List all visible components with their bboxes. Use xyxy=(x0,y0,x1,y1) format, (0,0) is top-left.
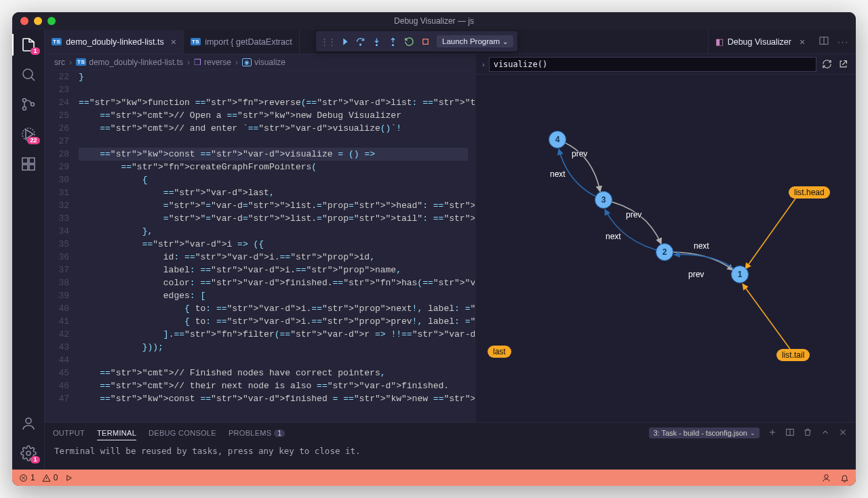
source-control-icon[interactable] xyxy=(20,96,37,112)
tab-label: import { getDataExtract xyxy=(205,37,292,47)
kill-terminal-icon[interactable] xyxy=(803,428,812,439)
tab-demo-file[interactable]: TS demo_doubly-linked-list.ts × xyxy=(45,30,184,54)
tab-close-icon[interactable]: × xyxy=(800,37,805,47)
split-terminal-icon[interactable] xyxy=(785,428,795,439)
panel-tab-problems[interactable]: PROBLEMS 1 xyxy=(229,429,285,437)
restart-icon[interactable] xyxy=(401,33,416,50)
pointer-label: list.head xyxy=(789,186,830,199)
edge-label: prev xyxy=(572,149,587,159)
new-terminal-icon[interactable] xyxy=(768,428,777,439)
window-zoom-icon[interactable] xyxy=(47,17,56,25)
status-bar: 1 0 xyxy=(12,470,856,486)
edge-label: next xyxy=(550,169,566,179)
refresh-icon[interactable] xyxy=(821,58,833,70)
tab-label: Debug Visualizer xyxy=(728,37,791,47)
editor-pane: src › TS demo_doubly-linked-list.ts › ❒ … xyxy=(45,54,475,422)
app-window: Debug Visualizer — js 1 22 xyxy=(12,12,856,486)
terminal-selector-label: 3: Task - build - tsconfig.json xyxy=(653,429,747,437)
maximize-panel-icon[interactable] xyxy=(821,428,830,439)
code-editor[interactable]: 2223242526272829303132333435363738394041… xyxy=(45,70,475,422)
line-number-gutter: 2223242526272829303132333435363738394041… xyxy=(45,70,79,422)
status-errors-count: 1 xyxy=(31,473,35,482)
extensions-icon[interactable] xyxy=(20,156,37,172)
terminal-selector-dropdown[interactable]: 3: Task - build - tsconfig.json ⌄ xyxy=(649,428,760,438)
status-errors[interactable]: 1 xyxy=(19,473,35,482)
visualizer-toolbar: › xyxy=(475,54,856,75)
tab-label: demo_doubly-linked-list.ts xyxy=(66,37,164,47)
graph-node[interactable]: 1 xyxy=(731,266,749,283)
breadcrumb-fn[interactable]: ❒ reverse xyxy=(194,58,231,67)
breadcrumb-symbol-label: visualize xyxy=(254,58,285,67)
step-over-icon[interactable] xyxy=(353,33,368,50)
edge-label: prev xyxy=(626,210,642,220)
svg-point-0 xyxy=(23,69,33,79)
breadcrumb-file-label: demo_doubly-linked-list.ts xyxy=(89,58,183,67)
tab-secondary[interactable]: TS import { getDataExtract xyxy=(184,30,300,54)
debug-visualizer-extension-icon: ◧ xyxy=(715,37,724,47)
chevron-right-icon: › xyxy=(187,58,190,67)
settings-badge: 1 xyxy=(31,456,39,463)
panel-tab-terminal[interactable]: TERMINAL xyxy=(97,429,136,440)
settings-gear-icon[interactable]: 1 xyxy=(20,445,37,461)
status-run-task-icon[interactable] xyxy=(64,474,73,482)
search-icon[interactable] xyxy=(20,66,37,83)
svg-point-9 xyxy=(26,418,31,423)
breadcrumb-file[interactable]: TS demo_doubly-linked-list.ts xyxy=(76,58,183,67)
popout-icon[interactable] xyxy=(837,58,849,70)
tab-debug-visualizer[interactable]: ◧ Debug Visualizer × xyxy=(708,30,812,54)
debug-icon[interactable]: 22 xyxy=(20,126,37,142)
stop-icon[interactable] xyxy=(418,33,433,50)
launch-config-dropdown[interactable]: Launch Program ⌄ xyxy=(437,35,513,47)
visualizer-canvas[interactable]: 4321prevnextprevnextnextprevlastlist.hea… xyxy=(475,75,856,422)
breadcrumb-src[interactable]: src xyxy=(54,58,65,67)
svg-point-1 xyxy=(22,99,26,102)
debug-visualizer-pane: › 4321prevnextprevnext xyxy=(475,54,856,422)
bottom-panel: OUTPUT TERMINAL DEBUG CONSOLE PROBLEMS 1… xyxy=(45,422,856,470)
activity-bar: 1 22 xyxy=(12,30,45,470)
svg-rect-8 xyxy=(29,165,35,170)
chevron-right-icon: › xyxy=(69,58,72,67)
chevron-right-icon: › xyxy=(235,58,238,67)
svg-point-2 xyxy=(22,107,26,110)
graph-node[interactable]: 2 xyxy=(656,243,673,261)
graph-node[interactable]: 4 xyxy=(549,131,566,148)
visualizer-expression-input[interactable] xyxy=(489,57,816,72)
account-icon[interactable] xyxy=(20,415,37,432)
more-actions-icon[interactable]: ··· xyxy=(837,37,849,47)
symbol-constant-icon: ◉ xyxy=(242,58,252,66)
titlebar: Debug Visualizer — js xyxy=(12,12,856,30)
svg-point-12 xyxy=(376,44,377,45)
svg-point-11 xyxy=(359,43,361,45)
breadcrumb-symbol[interactable]: ◉ visualize xyxy=(242,58,285,67)
terminal-output[interactable]: Terminal will be reused by tasks, press … xyxy=(45,443,856,470)
explorer-icon[interactable]: 1 xyxy=(20,37,37,53)
edge-label: prev xyxy=(688,270,704,279)
window-close-icon[interactable] xyxy=(20,17,28,25)
pointer-label: last xyxy=(488,346,511,358)
svg-point-10 xyxy=(26,451,31,455)
chevron-right-icon[interactable]: › xyxy=(482,60,485,68)
code-content[interactable]: } =="str">"kw">function =="str">"fn">rev… xyxy=(79,70,475,422)
drag-grip-icon[interactable]: ⋮⋮ xyxy=(320,37,335,47)
window-title: Debug Visualizer — js xyxy=(12,16,856,26)
panel-tab-debug-console[interactable]: DEBUG CONSOLE xyxy=(149,429,216,437)
continue-icon[interactable] xyxy=(336,33,351,50)
close-panel-icon[interactable] xyxy=(838,428,848,439)
tab-close-icon[interactable]: × xyxy=(171,37,176,47)
debug-toolbar[interactable]: ⋮⋮ Launch Program ⌄ xyxy=(316,31,517,51)
ts-file-icon: TS xyxy=(76,58,86,66)
chevron-down-icon: ⌄ xyxy=(750,430,755,436)
step-into-icon[interactable] xyxy=(369,33,384,50)
status-notifications-icon[interactable] xyxy=(840,474,849,482)
ts-file-icon: TS xyxy=(191,38,201,45)
debug-badge: 22 xyxy=(27,137,39,144)
graph-node[interactable]: 3 xyxy=(595,191,612,209)
step-out-icon[interactable] xyxy=(385,33,400,50)
split-editor-icon[interactable] xyxy=(818,35,829,48)
breadcrumb[interactable]: src › TS demo_doubly-linked-list.ts › ❒ … xyxy=(45,54,475,70)
svg-rect-5 xyxy=(22,158,28,163)
panel-tab-output[interactable]: OUTPUT xyxy=(53,429,85,437)
status-feedback-icon[interactable] xyxy=(822,474,831,482)
window-minimize-icon[interactable] xyxy=(34,17,42,25)
status-warnings[interactable]: 0 xyxy=(42,473,58,482)
